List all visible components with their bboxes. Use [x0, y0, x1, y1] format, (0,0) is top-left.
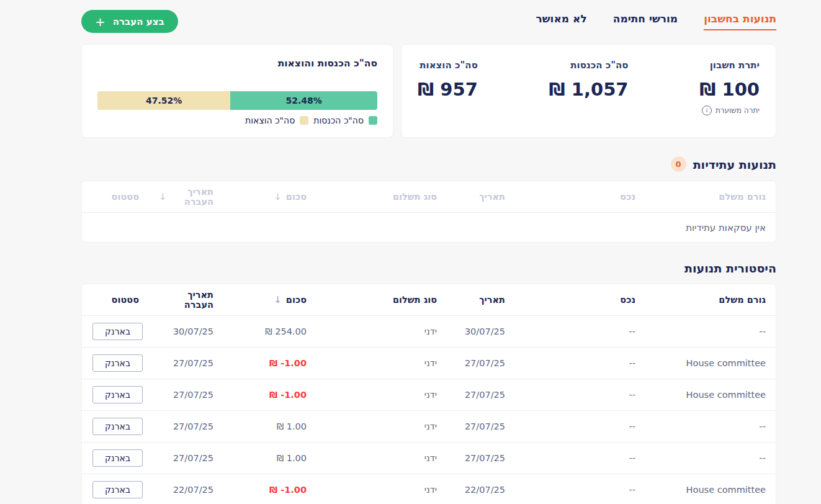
- history-header: היסטורית תנועות: [81, 261, 776, 275]
- future-count-badge: 0: [671, 156, 686, 172]
- sort-desc-icon[interactable]: ↓: [274, 294, 282, 305]
- date-cell: 27/07/25: [447, 443, 515, 474]
- stacked-bar-chart: 52.48% 47.52%: [97, 91, 377, 110]
- col-transfer-date-header[interactable]: תאריך העברה↓: [149, 181, 223, 212]
- date-cell: 30/07/25: [447, 316, 515, 347]
- income-expense-chart-card: סה"כ הכנסות והוצאות 52.48% 47.52% סה"כ ה…: [81, 44, 393, 138]
- asset-cell: --: [515, 379, 645, 410]
- status-chip[interactable]: בארנק: [92, 323, 143, 340]
- future-table-header-row: גורם משלם נכס תאריך סוג תשלום סכום↓ תארי…: [82, 181, 776, 212]
- payment-type-cell: ידני: [316, 379, 447, 410]
- table-row: -- -- 27/07/25 ידני ₪ 1.00 27/07/25 בארנ…: [82, 442, 776, 474]
- expenses-label: סה"כ הוצאות: [418, 60, 478, 71]
- col-asset-header: נכס: [515, 181, 645, 212]
- execute-transfer-button[interactable]: בצע העברה +: [81, 10, 178, 33]
- table-row: House committee -- 27/07/25 ידני ₪ -1.00…: [82, 379, 776, 410]
- topbar: תנועות בחשבון מורשי חתימה לא מאושר בצע ה…: [81, 10, 776, 35]
- payment-type-cell: ידני: [316, 411, 447, 442]
- status-chip[interactable]: בארנק: [92, 386, 143, 403]
- chart-title: סה"כ הכנסות והוצאות: [97, 58, 377, 69]
- income-percent-label: 52.48%: [286, 96, 322, 106]
- expense-percent-label: 47.52%: [146, 96, 182, 106]
- status-cell: בארנק: [82, 348, 149, 379]
- transfer-button-label: בצע העברה: [113, 16, 164, 27]
- sort-desc-icon[interactable]: ↓: [274, 191, 282, 202]
- status-cell: בארנק: [82, 443, 149, 474]
- history-table-header-row: גורם משלם נכס תאריך סוג תשלום סכום↓ תארי…: [82, 284, 776, 315]
- col-transfer-date-header: תאריך העברה: [149, 284, 223, 315]
- transfer-date-cell: 27/07/25: [149, 411, 223, 442]
- stat-account-balance: יתרת חשבון ₪ 100 יתרה משוערת i: [699, 60, 760, 122]
- col-payment-type-header: סוג תשלום: [316, 284, 447, 315]
- table-row: House committee -- 22/07/25 ידני ₪ -1.00…: [82, 474, 776, 504]
- asset-cell: --: [515, 411, 645, 442]
- table-row: -- -- 27/07/25 ידני ₪ 1.00 27/07/25 בארנ…: [82, 410, 776, 442]
- amount-cell: ₪ 1.00: [223, 411, 316, 442]
- expense-legend-swatch: [300, 116, 308, 125]
- stat-total-income: סה"כ הכנסות ₪ 1,057: [549, 60, 628, 122]
- payment-type-cell: ידני: [316, 443, 447, 474]
- col-payment-type-header: סוג תשלום: [316, 181, 447, 212]
- date-cell: 27/07/25: [447, 379, 515, 410]
- expense-bar-segment: 47.52%: [97, 91, 230, 110]
- status-chip[interactable]: בארנק: [92, 354, 143, 372]
- col-asset-header: נכס: [515, 284, 645, 315]
- payment-type-cell: ידני: [316, 316, 447, 347]
- amount-cell: ₪ -1.00: [223, 474, 316, 504]
- status-chip[interactable]: בארנק: [92, 418, 143, 435]
- col-amount-header[interactable]: סכום↓: [223, 284, 316, 315]
- payer-cell: --: [645, 411, 776, 442]
- income-legend-swatch: [369, 116, 377, 125]
- amount-cell: ₪ -1.00: [223, 379, 316, 410]
- income-value: ₪ 1,057: [549, 79, 628, 100]
- income-legend-label: סה"כ הכנסות: [313, 115, 364, 125]
- info-icon[interactable]: i: [702, 106, 712, 115]
- col-date-header: תאריך: [447, 181, 515, 212]
- history-table: גורם משלם נכס תאריך סוג תשלום סכום↓ תארי…: [81, 284, 776, 504]
- expense-legend-label: סה"כ הוצאות: [245, 115, 295, 125]
- payer-cell: House committee: [645, 348, 776, 379]
- table-row: House committee -- 27/07/25 ידני ₪ -1.00…: [82, 347, 776, 379]
- balance-value: ₪ 100: [699, 79, 760, 100]
- status-cell: בארנק: [82, 474, 149, 504]
- col-payer-header: גורם משלם: [645, 181, 776, 212]
- estimated-balance-label: יתרה משוערת: [716, 106, 760, 115]
- balance-label: יתרת חשבון: [699, 60, 760, 71]
- payment-type-cell: ידני: [316, 348, 447, 379]
- status-chip[interactable]: בארנק: [92, 449, 143, 467]
- transfer-date-cell: 27/07/25: [149, 379, 223, 410]
- col-date-header: תאריך: [447, 284, 515, 315]
- stat-total-expenses: סה"כ הוצאות ₪ 957: [418, 60, 478, 122]
- history-title: היסטורית תנועות: [684, 261, 776, 275]
- asset-cell: --: [515, 316, 645, 347]
- transfer-date-cell: 22/07/25: [149, 474, 223, 504]
- amount-cell: ₪ 254.00: [223, 316, 316, 347]
- sort-desc-icon[interactable]: ↓: [159, 191, 167, 202]
- account-summary-card: יתרת חשבון ₪ 100 יתרה משוערת i סה"כ הכנס…: [401, 44, 776, 138]
- status-chip[interactable]: בארנק: [92, 481, 143, 498]
- tab-bar: תנועות בחשבון מורשי חתימה לא מאושר: [536, 10, 776, 30]
- date-cell: 27/07/25: [447, 411, 515, 442]
- col-amount-header[interactable]: סכום↓: [223, 181, 316, 212]
- expenses-value: ₪ 957: [418, 79, 478, 100]
- income-label: סה"כ הכנסות: [549, 60, 628, 71]
- future-empty-state: אין עסקאות עתידיות: [82, 212, 776, 242]
- col-payer-header: גורם משלם: [645, 284, 776, 315]
- table-row: -- -- 30/07/25 ידני ₪ 254.00 30/07/25 בא…: [82, 315, 776, 347]
- transfer-date-cell: 30/07/25: [149, 316, 223, 347]
- date-cell: 22/07/25: [447, 474, 515, 504]
- status-cell: בארנק: [82, 379, 149, 410]
- plus-icon: +: [95, 16, 105, 28]
- tab-signatories[interactable]: מורשי חתימה: [613, 12, 678, 29]
- estimated-balance: יתרה משוערת i: [699, 106, 760, 115]
- transfer-date-cell: 27/07/25: [149, 443, 223, 474]
- tab-not-approved[interactable]: לא מאושר: [536, 12, 586, 29]
- asset-cell: --: [515, 348, 645, 379]
- transfer-date-cell: 27/07/25: [149, 348, 223, 379]
- payer-cell: --: [645, 316, 776, 347]
- future-transactions-title: תנועות עתידיות: [693, 158, 776, 171]
- tab-account-transactions[interactable]: תנועות בחשבון: [704, 12, 776, 30]
- status-cell: בארנק: [82, 316, 149, 347]
- summary-cards-row: יתרת חשבון ₪ 100 יתרה משוערת i סה"כ הכנס…: [81, 44, 776, 138]
- status-cell: בארנק: [82, 411, 149, 442]
